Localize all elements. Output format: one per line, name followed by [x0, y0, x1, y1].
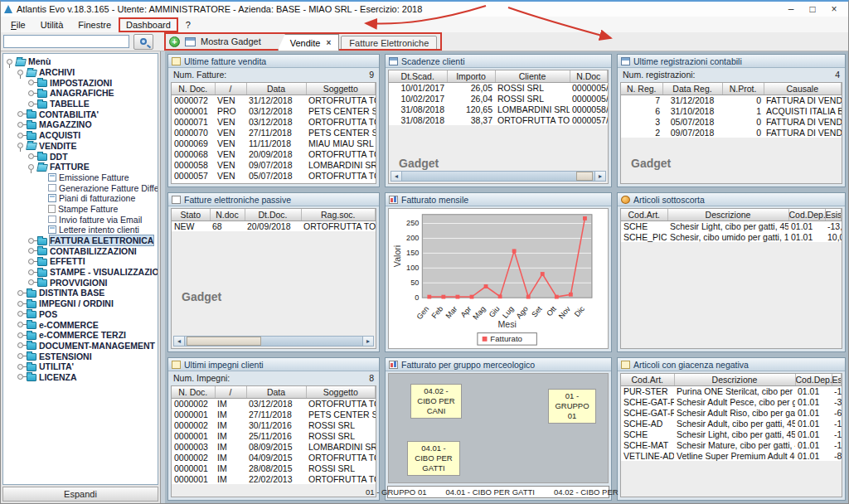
table-row[interactable]: 209/07/20180FATTURA DI VENDITA ITALIA [621, 127, 842, 138]
table-row[interactable]: VETLINE-ADU...Vetline Super Premium Adul… [621, 450, 842, 461]
table-row[interactable]: 10/02/201726,04ROSSI SRL0000005/VEN [389, 93, 608, 104]
expand-handle-icon[interactable] [27, 79, 35, 86]
gadget-title-bar[interactable]: Articoli sottoscorta [618, 193, 845, 206]
table-row[interactable]: 0000002IM30/11/2016ROSSI SRL [172, 419, 376, 430]
expand-button[interactable]: Espandi [2, 487, 158, 502]
table-row[interactable]: 0000069VEN11/11/2018MIAU MIAU SRL [172, 138, 376, 148]
expand-handle-icon[interactable] [17, 289, 24, 297]
expand-handle-icon[interactable] [27, 90, 35, 97]
table-row[interactable]: SCHE-MATSchesir Mature, cibo per gatti, … [621, 439, 842, 450]
expand-handle-icon[interactable] [17, 321, 24, 328]
table-row[interactable]: 10/01/201726,05ROSSI SRL0000005/VEN [389, 82, 608, 93]
column-header[interactable]: Cod.Art. [621, 209, 667, 220]
menu-item-file[interactable]: File [4, 18, 32, 32]
mostra-gadget-button[interactable]: Mostra Gadget [201, 36, 261, 46]
tree-item-anagrafiche[interactable]: ANAGRAFICHE [6, 88, 158, 99]
tree-item-utilita[interactable]: UTILITA' [6, 361, 158, 372]
table-row[interactable]: SCHESchesir Light, cibo per gatti, 450 g… [621, 220, 842, 231]
tree-item-generazione-fatture-differite[interactable]: Generazione Fatture Differite [6, 182, 158, 193]
tab-vendite[interactable]: Vendite × [278, 34, 340, 51]
horizontal-scrollbar[interactable]: ◂ ▸ [173, 336, 374, 346]
table-row[interactable]: 0000072VEN31/12/2018ORTOFRUTTA TOSI [172, 94, 376, 105]
table-row[interactable]: PUR-STERPurina ONE Sterilcat, cibo per g… [621, 385, 842, 396]
table-row[interactable]: 0000001IM25/11/2016ROSSI SRL [172, 430, 376, 441]
search-button[interactable] [133, 34, 153, 50]
tree-item-piani-di-fatturazione[interactable]: Piani di fatturazione [6, 193, 158, 204]
tree-item-fatture[interactable]: FATTURE [6, 162, 158, 172]
expand-handle-icon[interactable] [17, 310, 24, 317]
column-header[interactable]: Importo [447, 70, 495, 82]
tree-item-licenza[interactable]: LICENZA [6, 372, 158, 383]
tree-item-document-management[interactable]: DOCUMENT-MANAGEMENT [6, 341, 158, 351]
expand-handle-icon[interactable] [27, 153, 35, 160]
column-header[interactable]: Descrizione [667, 209, 788, 220]
column-header[interactable]: Soggetto [306, 83, 376, 94]
table-row[interactable]: 31/08/2018120,65LOMBARDINI SRL0000058/VE… [389, 104, 608, 114]
table-row[interactable]: 731/12/20180FATTURA DI VENDITA ITALIA [621, 94, 842, 105]
table-row[interactable]: 0000001IM28/08/2015ROSSI SRL [172, 463, 376, 473]
gadget-title-bar[interactable]: Ultimi impegni clienti [168, 358, 379, 371]
gadget-title-bar[interactable]: Fatture elettroniche passive [168, 193, 379, 206]
tree-item-contabilizzazioni[interactable]: CONTABILIZZAZIONI [6, 245, 158, 256]
table-row[interactable]: NEW6820/09/2018ORTOFRUTTA TOSI [172, 220, 376, 231]
tree-item-impegni-ordini[interactable]: IMPEGNI / ORDINI [6, 298, 158, 309]
maximize-button[interactable]: □ [802, 2, 823, 16]
menu-item-dashboard[interactable]: Dashboard [119, 18, 177, 32]
column-header[interactable]: N.doc [210, 209, 245, 220]
column-header[interactable]: Cod.Art. [621, 374, 674, 385]
tab-close-icon[interactable]: × [326, 38, 331, 47]
minimize-button[interactable]: – [780, 2, 802, 16]
tree-item-emissione-fatture[interactable]: Emissione Fatture [6, 172, 158, 183]
table-row[interactable]: SCHE_PICSchesir, cibo umido per gatti, 1… [621, 231, 842, 242]
scrollbar-thumb[interactable] [187, 337, 261, 346]
tree-item-pos[interactable]: POS [6, 309, 158, 320]
table-row[interactable]: 0000058VEN09/07/2018LOMBARDINI SRL [172, 159, 376, 170]
expand-handle-icon[interactable] [17, 300, 24, 308]
tree-item-lettere-intento-clienti[interactable]: Lettere intento clienti [6, 225, 158, 235]
tree-item-magazzino[interactable]: MAGAZZINO [6, 119, 158, 130]
gadget-title-bar[interactable]: Scadenze clienti [386, 55, 611, 68]
tree-item-vendite[interactable]: VENDITE [6, 141, 158, 152]
column-header[interactable]: Dt.Doc. [245, 209, 301, 220]
tree-item-distinta-base[interactable]: DISTINTA BASE [6, 288, 158, 298]
close-button[interactable]: × [823, 2, 845, 16]
column-header[interactable]: Data [246, 83, 306, 94]
menu-item-utilita[interactable]: Utilità [34, 18, 70, 32]
menu-item-finestre[interactable]: Finestre [71, 18, 118, 32]
menu-item-help[interactable]: ? [179, 18, 197, 32]
tab-fatture-elettroniche[interactable]: Fatture Elettroniche [341, 36, 437, 51]
gadget-title-bar[interactable]: Articoli con giacenza negativa [618, 358, 845, 371]
table-row[interactable]: 0000001IM27/11/2018PETS CENTER SRL [172, 409, 376, 419]
add-gadget-icon[interactable]: + [169, 36, 180, 47]
tree-item-provvigioni[interactable]: PROVVIGIONI [6, 277, 158, 288]
expand-handle-icon[interactable] [27, 237, 35, 245]
collapse-handle-icon[interactable] [27, 163, 35, 171]
column-header[interactable]: Data [246, 386, 306, 398]
table-row[interactable]: 0000003IM08/09/2015LOMBARDINI SRL [172, 441, 376, 452]
expand-handle-icon[interactable] [17, 132, 24, 139]
gadget-title-bar[interactable]: Ultime registrazioni contabili [618, 55, 845, 68]
gadget-title-bar[interactable]: Ultime fatture vendita [168, 55, 379, 68]
table-row[interactable]: SCHE-ADSchesir Adult, cibo per gatti, 45… [621, 418, 842, 429]
expand-handle-icon[interactable] [27, 100, 35, 108]
scrollbar-thumb[interactable] [576, 172, 593, 181]
column-header[interactable]: N. Doc. [172, 83, 215, 94]
collapse-handle-icon[interactable] [6, 58, 13, 65]
column-header[interactable]: N. Reg. [621, 83, 662, 94]
column-header[interactable]: Cod.Dep. [795, 374, 832, 385]
expand-handle-icon[interactable] [17, 342, 24, 349]
expand-handle-icon[interactable] [17, 332, 24, 339]
expand-handle-icon[interactable] [17, 363, 24, 371]
column-header[interactable]: Stato [172, 209, 210, 220]
table-row[interactable]: SCHE-GAT-RI...Schesir Adult Riso, cibo p… [621, 407, 842, 418]
tree-item-fattura-elettronica[interactable]: FATTURA ELETTRONICA [6, 235, 158, 246]
column-header[interactable]: Data Reg. [662, 83, 722, 94]
column-header[interactable]: Descrizione [674, 374, 795, 385]
column-header[interactable]: Cod.Dep. [788, 209, 825, 220]
expand-handle-icon[interactable] [27, 258, 35, 265]
table-row[interactable]: SCHESchesir Light, cibo per gatti, 450 g… [621, 429, 842, 439]
tree-item-contabilita[interactable]: CONTABILITA' [6, 109, 158, 119]
expand-handle-icon[interactable] [17, 121, 24, 128]
tree-item-invio-fatture-via-email[interactable]: Invio fatture via Email [6, 214, 158, 225]
column-header[interactable]: N. Doc. [172, 386, 215, 398]
